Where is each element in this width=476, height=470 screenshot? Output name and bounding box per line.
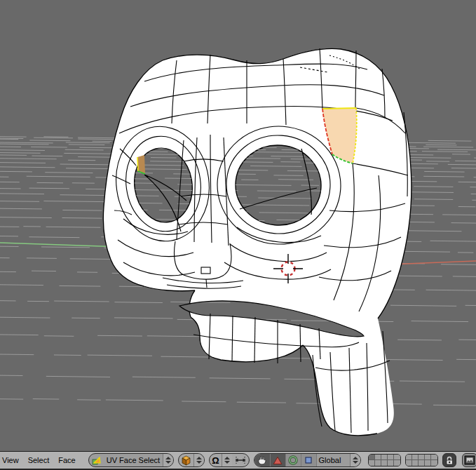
manipulator-hand-icon[interactable]	[254, 454, 270, 466]
proportional-stepper-arrows[interactable]	[222, 454, 232, 466]
head-mesh	[0, 48, 476, 436]
layer-buttons-group-2[interactable]	[405, 454, 438, 466]
menu-select[interactable]: Select	[27, 456, 51, 464]
manipulator-group: Global	[254, 453, 361, 467]
menu-view[interactable]: View	[1, 456, 20, 464]
scale-square-icon[interactable]	[301, 454, 316, 466]
proportional-omega-icon[interactable]: Ω	[210, 454, 221, 466]
orientation-label: Global	[319, 456, 341, 464]
orientation-dropdown[interactable]: Global	[316, 454, 350, 466]
draw-mode-cube-icon	[179, 454, 193, 466]
mode-selector-label: UV Face Select	[104, 456, 163, 464]
proportional-edit-group: Ω	[209, 453, 249, 467]
menu-face[interactable]: Face	[57, 456, 76, 464]
lock-icon	[445, 455, 454, 465]
render-image-icon	[464, 455, 475, 465]
layer-buttons-group-1[interactable]	[368, 454, 401, 466]
falloff-arrows-icon[interactable]	[232, 454, 249, 466]
mode-stepper-arrows[interactable]	[163, 454, 173, 466]
viewport-canvas	[0, 0, 476, 451]
draw-mode-stepper-arrows[interactable]	[193, 454, 204, 466]
selected-face-backside-fragment	[137, 155, 145, 174]
lock-button[interactable]	[442, 453, 456, 467]
rotate-circle-icon[interactable]	[285, 454, 301, 466]
layer-cell-active[interactable]	[369, 455, 375, 460]
mode-selector-dropdown[interactable]: UV Face Select	[88, 453, 174, 467]
blender-window: View Select Face UV Face Select	[0, 0, 476, 470]
translate-triangle-icon[interactable]	[270, 454, 285, 466]
render-preview-button[interactable]	[462, 453, 476, 467]
draw-mode-dropdown[interactable]	[178, 453, 205, 467]
uv-face-select-icon	[89, 454, 104, 466]
viewport-header: View Select Face UV Face Select	[0, 451, 476, 470]
orientation-stepper-arrows[interactable]	[350, 454, 360, 466]
3d-viewport[interactable]	[0, 0, 476, 451]
